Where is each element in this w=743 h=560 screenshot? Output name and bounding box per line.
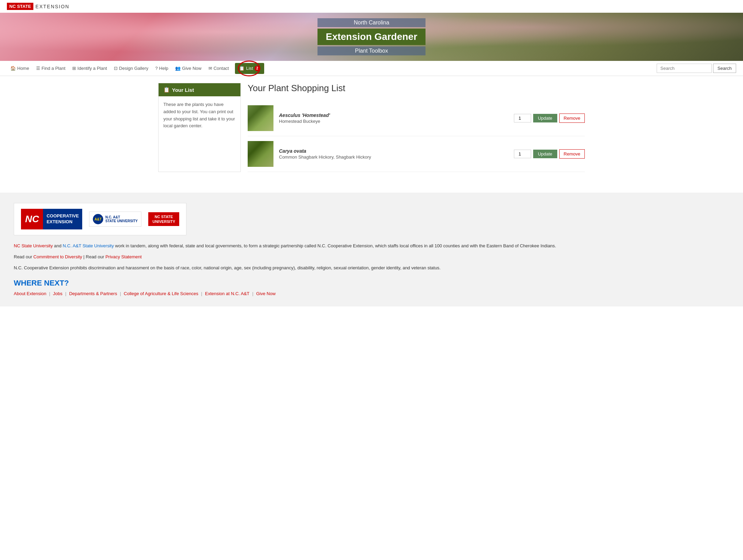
search-input[interactable] — [657, 64, 712, 73]
hero-subtitle: North Carolina — [317, 18, 426, 27]
nc-logo-nc-letters: NC — [21, 209, 43, 229]
plant-common-name-1: Homestead Buckeye — [279, 119, 508, 124]
footer-logos: NC COOPERATIVE EXTENSION A&T N.C. A&T ST… — [14, 203, 186, 235]
identify-icon: ⊞ — [72, 66, 76, 71]
plant-scientific-name-1: Aesculus 'Homestead' — [279, 112, 508, 118]
plant-common-name-2: Common Shagbark Hickory, Shagbark Hickor… — [279, 154, 508, 160]
list-sidebar-icon: 📋 — [163, 87, 170, 93]
plant-thumbnail-2 — [248, 141, 273, 167]
nc-coop-logo: NC COOPERATIVE EXTENSION — [21, 209, 82, 229]
give-icon: 👥 — [175, 66, 181, 71]
plant-info-2: Carya ovata Common Shagbark Hickory, Sha… — [279, 148, 508, 160]
nav-home[interactable]: 🏠 Home — [7, 62, 33, 75]
site-header: NC STATE EXTENSION — [0, 0, 743, 13]
plant-item: Aesculus 'Homestead' Homestead Buckeye 1… — [248, 100, 585, 136]
where-next-heading: WHERE NEXT? — [14, 279, 729, 288]
footer-about-link[interactable]: About Extension — [14, 291, 46, 296]
footer-desc-1: NC State University and N.C. A&T State U… — [14, 242, 729, 250]
remove-button-2[interactable]: Remove — [559, 149, 585, 159]
footer-ncat-link[interactable]: Extension at N.C. A&T — [205, 291, 249, 296]
nav-list[interactable]: 📋 List 2 — [235, 63, 264, 74]
nc-state-logo: NC STATE EXTENSION — [7, 3, 69, 10]
list-icon: 📋 — [239, 66, 245, 71]
ncat-logo-icon: A&T — [93, 214, 103, 224]
commitment-diversity-link[interactable]: Commitment to Diversity — [33, 254, 82, 259]
footer: NC COOPERATIVE EXTENSION A&T N.C. A&T ST… — [0, 193, 743, 306]
footer-departments-link[interactable]: Departments & Partners — [69, 291, 117, 296]
privacy-statement-link[interactable]: Privacy Statement — [105, 254, 142, 259]
footer-give-link[interactable]: Give Now — [256, 291, 276, 296]
qty-input-2[interactable]: 1 — [514, 150, 531, 158]
plant-item: Carya ovata Common Shagbark Hickory, Sha… — [248, 136, 585, 172]
search-button[interactable]: Search — [713, 64, 736, 73]
page-title: Your Plant Shopping List — [248, 83, 585, 94]
contact-icon: ✉ — [208, 66, 212, 71]
list-badge: 2 — [255, 66, 260, 71]
main-content: Your Plant Shopping List Aesculus 'Homes… — [248, 83, 585, 172]
home-icon: 🏠 — [10, 66, 16, 71]
hero-bottom: Plant Toolbox — [317, 46, 426, 55]
nav-find-plant[interactable]: ☰ Find a Plant — [33, 62, 69, 75]
content-wrapper: 📋 Your List These are the plants you hav… — [151, 76, 592, 179]
nc-logo-text: COOPERATIVE EXTENSION — [43, 209, 82, 229]
nav-give-now[interactable]: 👥 Give Now — [172, 62, 205, 75]
footer-diversity: Read our Commitment to Diversity | Read … — [14, 253, 729, 261]
qty-input-1[interactable]: 1 — [514, 114, 531, 122]
plant-info-1: Aesculus 'Homestead' Homestead Buckeye — [279, 112, 508, 124]
nav-design-gallery[interactable]: ⊡ Design Gallery — [110, 62, 152, 75]
footer-discrimination: N.C. Cooperative Extension prohibits dis… — [14, 264, 729, 272]
ncat-logo-text: N.C. A&T STATE UNIVERSITY — [105, 215, 138, 223]
help-icon: ? — [155, 66, 158, 71]
design-icon: ⊡ — [114, 66, 118, 71]
plant-controls-1: 1 Update Remove — [514, 114, 585, 123]
plant-controls-2: 1 Update Remove — [514, 149, 585, 159]
remove-button-1[interactable]: Remove — [559, 114, 585, 123]
search-form: Search — [657, 61, 736, 76]
hero-title: Extension Gardener — [317, 29, 426, 45]
update-button-2[interactable]: Update — [533, 150, 557, 158]
ncstate-footer-link[interactable]: NC State University — [14, 243, 53, 248]
ncstate-small-logo: NC STATE UNIVERSITY — [148, 212, 179, 226]
sidebar-body: These are the plants you have added to y… — [159, 96, 240, 134]
nav-help[interactable]: ? Help — [152, 62, 172, 75]
ncat-logo: A&T N.C. A&T STATE UNIVERSITY — [89, 212, 141, 227]
ncat-footer-link[interactable]: N.C. A&T State University — [63, 243, 114, 248]
find-plant-icon: ☰ — [36, 66, 40, 71]
sidebar-title: 📋 Your List — [159, 83, 240, 96]
footer-nav: About Extension | Jobs | Departments & P… — [14, 291, 729, 296]
footer-jobs-link[interactable]: Jobs — [53, 291, 62, 296]
extension-label: EXTENSION — [35, 4, 69, 9]
update-button-1[interactable]: Update — [533, 114, 557, 122]
nav-identify-plant[interactable]: ⊞ Identify a Plant — [69, 62, 110, 75]
hero-banner: North Carolina Extension Gardener Plant … — [0, 13, 743, 61]
hero-text: North Carolina Extension Gardener Plant … — [317, 18, 426, 55]
nav-contact[interactable]: ✉ Contact — [205, 62, 233, 75]
footer-college-link[interactable]: College of Agriculture & Life Sciences — [124, 291, 198, 296]
main-nav: 🏠 Home ☰ Find a Plant ⊞ Identify a Plant… — [0, 61, 743, 76]
sidebar: 📋 Your List These are the plants you hav… — [158, 83, 241, 172]
ncstate-badge: NC STATE — [7, 3, 33, 10]
plant-thumbnail-1 — [248, 105, 273, 131]
plant-scientific-name-2: Carya ovata — [279, 148, 508, 154]
